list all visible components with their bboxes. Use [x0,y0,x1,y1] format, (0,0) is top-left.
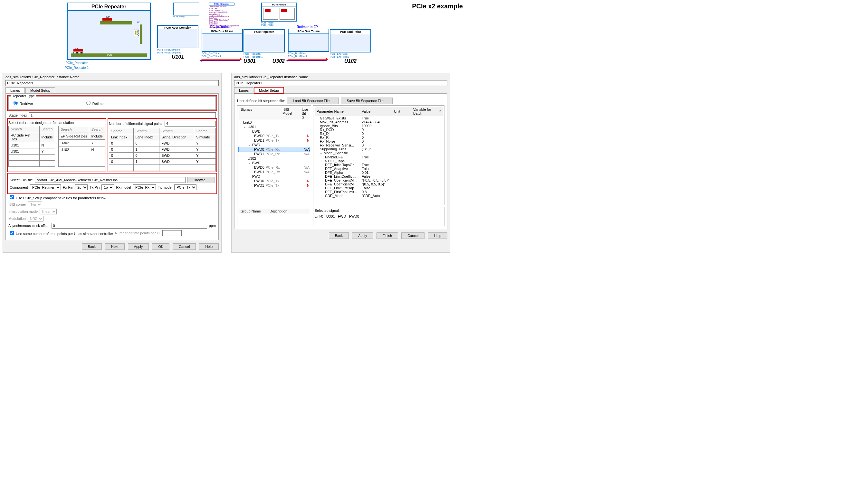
pairs-table[interactable]: SearchSearchSearchSearch Link IndexLane … [109,128,216,171]
use-setup-checkbox[interactable]: Use PCIe_Setup component values for para… [8,194,106,200]
help-button[interactable]: Help [199,243,219,250]
refdes-group: Select reference designator for simulati… [8,120,105,171]
rxmodel-select[interactable]: PCIe_Rx [133,185,156,190]
back-button[interactable]: Back [82,243,102,250]
repeater-title: PCIe Repeater [68,3,150,11]
browse-button[interactable]: Browse... [187,177,215,183]
txpin-select[interactable]: 1p [101,185,114,190]
tab-lanes[interactable]: Lanes [234,87,253,93]
repeater-diagram: PCIe Repeater EP AIC RISER CARD RC PCB P… [3,3,151,69]
help-button[interactable]: Help [428,232,447,239]
ok-button[interactable]: OK [152,243,169,250]
setup-boxes: PCIe Setup PCIe Simulator Device=emc.loc… [173,3,297,29]
same-points-checkbox[interactable]: Use same number of time points per UI as… [8,230,113,236]
model-setup-dialog: ads_simulation:PCIe_Repeater Instance Na… [231,73,450,253]
repeater-type-group: Repeater Type Redriver Retimer [8,96,216,110]
radio-redriver[interactable]: Redriver [12,100,33,106]
dialog-title: ads_simulation:PCIe_Repeater Instance Na… [234,74,447,80]
load-bitseq-button[interactable]: Load Bit Sequence File... [287,98,339,104]
selected-signal-pane: Selected signal: Link0 - U301 - FWD - FW… [313,207,444,226]
lanes-dialog: ads_simulation:PCIe_Repeater Instance Na… [3,73,222,253]
mod-select: NRZ [28,216,43,222]
async-offset-input[interactable] [52,223,207,229]
back-button[interactable]: Back [329,232,349,239]
interp-select: linear [40,208,57,215]
next-button[interactable]: Next [105,243,125,250]
save-bitseq-button[interactable]: Save Bit Sequence File... [341,98,393,104]
cancel-button[interactable]: Cancel [401,232,425,239]
chain-row: PCIe Root Complex PCIe_RootComplexPCIe_R… [157,25,466,64]
tab-lanes[interactable]: Lanes [5,87,25,93]
instance-name-input[interactable] [234,80,447,86]
pairs-group: Number of differential signal pairs: Sea… [109,120,216,171]
finish-button[interactable]: Finish [376,232,398,239]
rc-refdes-table[interactable]: SearchSearch RC Side Ref DesInclude U101… [8,126,55,167]
apply-button[interactable]: Apply [352,232,373,239]
diagram-area: PCIe Repeater EP AIC RISER CARD RC PCB P… [3,3,466,69]
tab-model-setup[interactable]: Model Setup [254,87,284,93]
pairs-input[interactable] [164,121,216,127]
txmodel-select[interactable]: PCIe_Tx [174,185,196,190]
dialog-title: ads_simulation:PCIe_Repeater Instance Na… [5,74,219,80]
params-table[interactable]: Parameter NameValueUnitVariable for Batc… [313,105,444,205]
corner-select: Typ [28,201,42,207]
tab-model-setup[interactable]: Model Setup [26,87,55,93]
radio-retimer[interactable]: Retimer [85,100,105,106]
ibis-group: Select IBIS file Browse... Component PCI… [8,174,216,193]
instance-name-input[interactable] [5,80,219,86]
apply-button[interactable]: Apply [128,243,149,250]
signals-tree[interactable]: SignalsIBIS ModelUse Bit S ⌄Link0 ⌄U301 … [237,105,311,205]
group-pane: Group NameDescription [237,207,311,226]
stage-index-input[interactable] [29,112,216,118]
rxpin-select[interactable]: 2p [75,185,88,190]
ibis-file-input[interactable] [35,177,186,183]
cancel-button[interactable]: Cancel [173,243,196,250]
ep-refdes-table[interactable]: SearchSearch EP Side Ref DesInclude U302… [58,126,105,167]
example-title: PCIe x2 example [412,3,463,10]
points-input [162,230,182,236]
component-select[interactable]: PCIe_Retimer [30,185,61,190]
